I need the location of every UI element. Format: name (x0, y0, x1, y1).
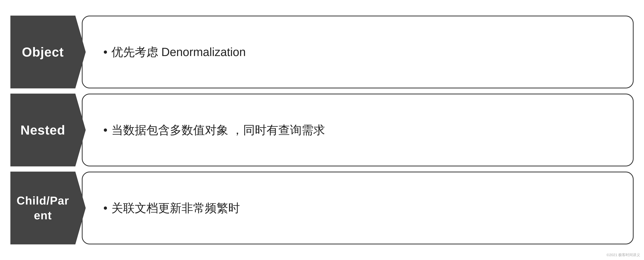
content-text-nested: •当数据包含多数值对象 ，同时有查询需求 (103, 122, 325, 138)
bullet-child-parent: • (103, 200, 108, 216)
row-nested: Nested •当数据包含多数值对象 ，同时有查询需求 (10, 94, 634, 166)
bullet-object: • (103, 44, 108, 60)
content-box-object: •优先考虑 Denormalization (82, 16, 634, 88)
label-object: Object (10, 16, 86, 88)
main-container: Object •优先考虑 Denormalization Nested •当数据… (10, 16, 634, 244)
label-nested: Nested (10, 94, 86, 166)
bullet-nested: • (103, 122, 108, 138)
watermark: ©2021 极客时间讲义 (606, 252, 640, 257)
content-box-child-parent: •关联文档更新非常频繁时 (82, 172, 634, 244)
label-child-parent: Child/Par ent (10, 172, 86, 244)
content-text-child-parent: •关联文档更新非常频繁时 (103, 200, 240, 216)
row-object: Object •优先考虑 Denormalization (10, 16, 634, 88)
content-text-object: •优先考虑 Denormalization (103, 44, 246, 60)
content-box-nested: •当数据包含多数值对象 ，同时有查询需求 (82, 94, 634, 166)
row-child-parent: Child/Par ent •关联文档更新非常频繁时 (10, 172, 634, 244)
